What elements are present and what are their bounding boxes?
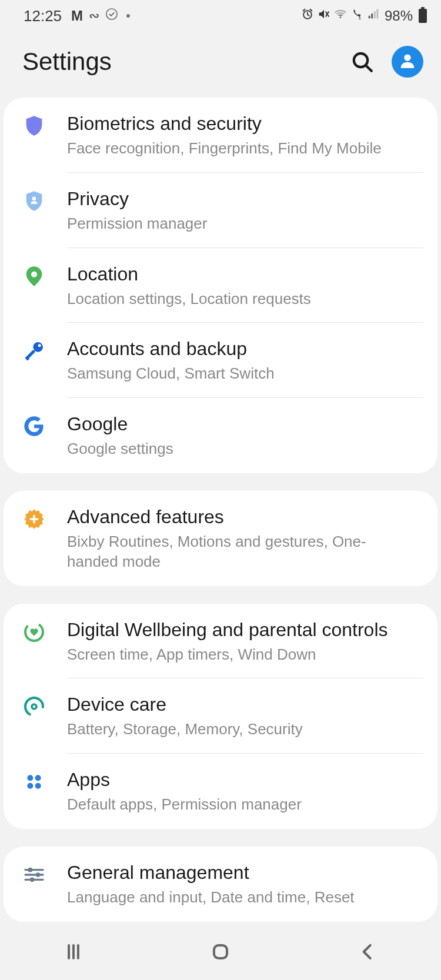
item-subtitle: Samsung Cloud, Smart Switch xyxy=(67,364,415,384)
svg-point-33 xyxy=(36,872,41,877)
settings-item-general[interactable]: General managementLanguage and input, Da… xyxy=(4,847,437,922)
more-notifications-dot xyxy=(126,14,130,18)
item-title: Advanced features xyxy=(67,505,415,529)
key-icon xyxy=(22,339,46,363)
svg-rect-9 xyxy=(376,9,378,19)
app-header: Settings xyxy=(0,32,441,98)
item-title: Apps xyxy=(67,768,415,791)
settings-item-advanced[interactable]: Advanced featuresBixby Routines, Motions… xyxy=(4,491,437,586)
item-subtitle: Default apps, Permission manager xyxy=(67,795,415,815)
svg-point-0 xyxy=(106,9,117,19)
svg-point-24 xyxy=(33,705,35,708)
item-title: Accounts and backup xyxy=(67,337,415,360)
profile-icon xyxy=(397,51,417,73)
svg-point-13 xyxy=(32,196,36,200)
item-title: Google xyxy=(67,412,415,436)
settings-group: General managementLanguage and input, Da… xyxy=(4,847,437,922)
item-subtitle: Screen time, App timers, Wind Down xyxy=(67,645,415,665)
settings-list[interactable]: Biometrics and securityFace recognition,… xyxy=(0,98,441,980)
gmail-icon: M xyxy=(71,8,83,24)
svg-point-15 xyxy=(33,342,43,352)
settings-item-google[interactable]: GoogleGoogle settings xyxy=(4,398,437,473)
settings-item-apps[interactable]: AppsDefault apps, Permission manager xyxy=(4,754,437,829)
messenger-icon: ∾ xyxy=(89,8,99,24)
settings-item-location[interactable]: LocationLocation settings, Location requ… xyxy=(4,248,437,323)
profile-button[interactable] xyxy=(392,46,423,78)
svg-point-12 xyxy=(404,54,410,61)
device-care-icon xyxy=(22,695,46,718)
svg-point-25 xyxy=(27,775,33,781)
nav-home-button[interactable] xyxy=(197,934,244,969)
svg-line-11 xyxy=(366,66,372,71)
item-subtitle: Bixby Routines, Motions and gestures, On… xyxy=(67,532,415,572)
item-subtitle: Google settings xyxy=(67,439,415,459)
settings-item-wellbeing[interactable]: Digital Wellbeing and parental controlsS… xyxy=(4,604,437,679)
check-circle-icon xyxy=(105,8,118,24)
settings-item-devicecare[interactable]: Device careBattery, Storage, Memory, Sec… xyxy=(4,678,437,754)
item-title: Biometrics and security xyxy=(67,112,415,135)
shield-icon xyxy=(22,114,46,138)
svg-rect-38 xyxy=(214,945,227,958)
svg-point-14 xyxy=(31,271,37,277)
svg-point-26 xyxy=(35,775,41,781)
item-title: Location xyxy=(67,262,415,286)
apps-grid-icon xyxy=(22,770,46,794)
status-bar: 12:25 M ∾ 1 98% xyxy=(0,0,441,32)
battery-icon xyxy=(419,9,427,23)
nav-back-button[interactable] xyxy=(344,934,391,969)
search-button[interactable] xyxy=(350,50,374,73)
google-g-icon xyxy=(22,414,46,438)
mute-vibrate-icon xyxy=(318,8,330,24)
item-title: General management xyxy=(67,861,415,884)
location-pin-icon xyxy=(22,265,46,288)
svg-rect-20 xyxy=(30,518,39,520)
status-left: 12:25 M ∾ xyxy=(24,7,130,25)
svg-point-28 xyxy=(35,783,41,789)
settings-item-biometrics[interactable]: Biometrics and securityFace recognition,… xyxy=(4,98,437,173)
settings-group: Advanced featuresBixby Routines, Motions… xyxy=(4,491,437,586)
alarm-icon xyxy=(301,8,314,24)
system-nav-bar xyxy=(0,924,441,980)
svg-point-27 xyxy=(27,783,33,789)
nav-recents-button[interactable] xyxy=(50,934,97,969)
item-subtitle: Face recognition, Fingerprints, Find My … xyxy=(67,139,415,159)
item-title: Device care xyxy=(67,693,415,716)
status-right: 1 98% xyxy=(301,8,427,24)
svg-rect-8 xyxy=(374,11,376,18)
settings-group: Biometrics and securityFace recognition,… xyxy=(4,98,437,473)
plus-gear-icon xyxy=(22,507,46,531)
settings-item-privacy[interactable]: PrivacyPermission manager xyxy=(4,173,437,248)
wifi-icon xyxy=(334,8,347,24)
battery-percent: 98% xyxy=(385,8,413,24)
item-subtitle: Permission manager xyxy=(67,214,415,234)
signal-icon xyxy=(367,8,380,24)
svg-point-16 xyxy=(38,344,41,347)
svg-text:1: 1 xyxy=(359,15,361,21)
svg-rect-6 xyxy=(369,16,370,19)
svg-rect-7 xyxy=(371,14,373,18)
sliders-icon xyxy=(22,863,46,887)
privacy-shield-icon xyxy=(22,189,46,213)
vowifi-icon: 1 xyxy=(350,8,363,24)
settings-group: Digital Wellbeing and parental controlsS… xyxy=(4,604,437,829)
page-title: Settings xyxy=(22,48,112,76)
svg-point-34 xyxy=(30,877,35,882)
item-subtitle: Location settings, Location requests xyxy=(67,289,415,309)
search-icon xyxy=(350,50,374,73)
svg-point-4 xyxy=(340,16,342,18)
item-title: Privacy xyxy=(67,187,415,210)
status-time: 12:25 xyxy=(24,7,62,25)
wellbeing-icon xyxy=(22,620,46,644)
item-subtitle: Battery, Storage, Memory, Security xyxy=(67,720,415,740)
svg-point-32 xyxy=(28,868,33,872)
item-subtitle: Language and input, Date and time, Reset xyxy=(67,888,415,908)
item-title: Digital Wellbeing and parental controls xyxy=(67,618,415,641)
settings-item-accounts[interactable]: Accounts and backupSamsung Cloud, Smart … xyxy=(4,323,437,398)
